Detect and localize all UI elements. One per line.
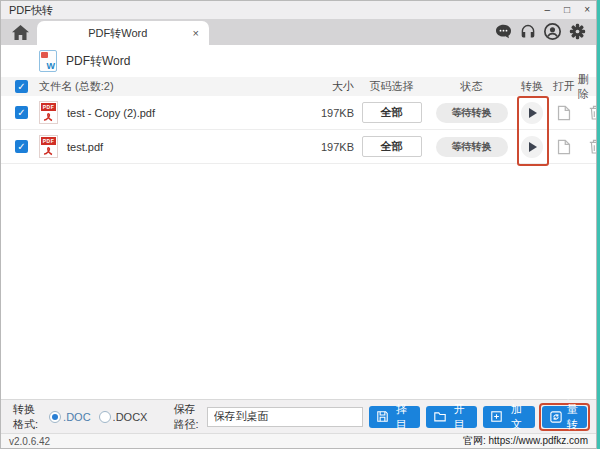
section-header: W PDF转Word bbox=[1, 45, 596, 77]
maximize-button[interactable]: □ bbox=[564, 5, 570, 15]
close-button[interactable]: × bbox=[584, 5, 590, 15]
table-header: ✓ 文件名 (总数:2) 大小 页码选择 状态 转换 打开 删除 bbox=[1, 77, 596, 96]
batch-convert-button[interactable]: 批量转换 bbox=[542, 406, 587, 428]
choose-directory-button[interactable]: 选择目录 bbox=[369, 406, 420, 428]
column-convert: 转换 bbox=[514, 79, 550, 94]
home-icon bbox=[12, 25, 29, 40]
version-text: v2.0.6.42 bbox=[9, 436, 50, 447]
radio-doc[interactable] bbox=[49, 411, 61, 423]
file-name: test - Copy (2).pdf bbox=[67, 107, 155, 119]
open-file-icon[interactable] bbox=[557, 105, 571, 121]
minimize-button[interactable]: – bbox=[545, 5, 551, 15]
save-disk-icon bbox=[377, 411, 388, 422]
chat-bubble-icon bbox=[495, 24, 512, 39]
app-window: PDF快转 – □ × PDF转Word × bbox=[0, 0, 597, 449]
website-link[interactable]: 官网: https://www.pdfkz.com bbox=[463, 434, 588, 448]
play-icon bbox=[529, 142, 537, 152]
add-file-button[interactable]: 添加文件 bbox=[483, 406, 534, 428]
tab-strip: PDF转Word × bbox=[1, 19, 596, 45]
page-select-button[interactable]: 全部 bbox=[362, 102, 422, 123]
title-bar: PDF快转 – □ × bbox=[1, 1, 596, 19]
batch-convert-highlight: 批量转换 bbox=[539, 403, 590, 431]
support-button[interactable] bbox=[520, 24, 536, 39]
column-size: 大小 bbox=[294, 79, 354, 94]
status-bar: v2.0.6.42 官网: https://www.pdfkz.com bbox=[1, 433, 596, 448]
file-size: 197KB bbox=[294, 141, 354, 153]
convert-play-button[interactable] bbox=[521, 136, 543, 158]
file-size: 197KB bbox=[294, 107, 354, 119]
column-status: 状态 bbox=[429, 79, 514, 94]
row-checkbox[interactable]: ✓ bbox=[15, 106, 28, 119]
footer-toolbar: 转换格式: .DOC .DOCX 保存路径: 选择目录 bbox=[1, 399, 596, 433]
pdf-to-word-icon: W bbox=[39, 50, 57, 72]
open-directory-button[interactable]: 打开目录 bbox=[426, 406, 478, 428]
format-option-doc[interactable]: .DOC bbox=[49, 411, 91, 423]
account-button[interactable] bbox=[544, 23, 561, 40]
column-delete: 删除 bbox=[578, 72, 596, 102]
tab-pdf-to-word[interactable]: PDF转Word × bbox=[37, 21, 209, 45]
save-path-label: 保存路径: bbox=[173, 402, 201, 432]
main-content: W PDF转Word ✓ 文件名 (总数:2) 大小 页码选择 状态 转换 打开… bbox=[1, 45, 596, 399]
convert-play-button[interactable] bbox=[521, 102, 543, 124]
app-title: PDF快转 bbox=[9, 3, 53, 18]
delete-icon[interactable] bbox=[589, 105, 597, 120]
headset-icon bbox=[520, 24, 536, 39]
folder-icon bbox=[434, 411, 446, 422]
select-all-checkbox[interactable]: ✓ bbox=[15, 80, 28, 93]
user-icon bbox=[544, 23, 561, 40]
feedback-button[interactable] bbox=[495, 24, 512, 39]
tab-close-icon[interactable]: × bbox=[191, 27, 201, 39]
table-row: ✓ PDF test - Copy (2).pdf 197KB 全部 bbox=[1, 96, 596, 130]
column-pages: 页码选择 bbox=[354, 79, 429, 94]
toolbar-icons bbox=[495, 23, 586, 40]
save-path-input[interactable] bbox=[207, 407, 363, 427]
plus-square-icon bbox=[491, 411, 502, 422]
section-title: PDF转Word bbox=[66, 53, 130, 70]
open-file-icon[interactable] bbox=[557, 139, 571, 155]
pdf-file-icon: PDF bbox=[39, 101, 58, 124]
tab-label: PDF转Word bbox=[45, 26, 191, 41]
status-badge: 等待转换 bbox=[436, 103, 508, 123]
row-checkbox[interactable]: ✓ bbox=[15, 140, 28, 153]
delete-icon[interactable] bbox=[589, 139, 597, 154]
column-open: 打开 bbox=[550, 79, 578, 94]
desktop-background: PDF快转 – □ × PDF转Word × bbox=[0, 0, 600, 449]
status-badge: 等待转换 bbox=[436, 137, 508, 157]
column-filename: 文件名 (总数:2) bbox=[39, 79, 294, 94]
window-controls: – □ × bbox=[545, 5, 590, 15]
batch-convert-icon bbox=[550, 411, 562, 423]
format-option-docx[interactable]: .DOCX bbox=[99, 411, 148, 423]
pdf-file-icon: PDF bbox=[39, 135, 58, 158]
format-label: 转换格式: bbox=[13, 402, 41, 432]
page-select-button[interactable]: 全部 bbox=[362, 136, 422, 157]
settings-button[interactable] bbox=[569, 23, 586, 40]
file-name: test.pdf bbox=[67, 141, 103, 153]
table-row: ✓ PDF test.pdf 197KB 全部 等待转换 bbox=[1, 130, 596, 164]
gear-icon bbox=[569, 23, 586, 40]
home-button[interactable] bbox=[7, 20, 33, 44]
radio-docx[interactable] bbox=[99, 411, 111, 423]
play-icon bbox=[529, 108, 537, 118]
